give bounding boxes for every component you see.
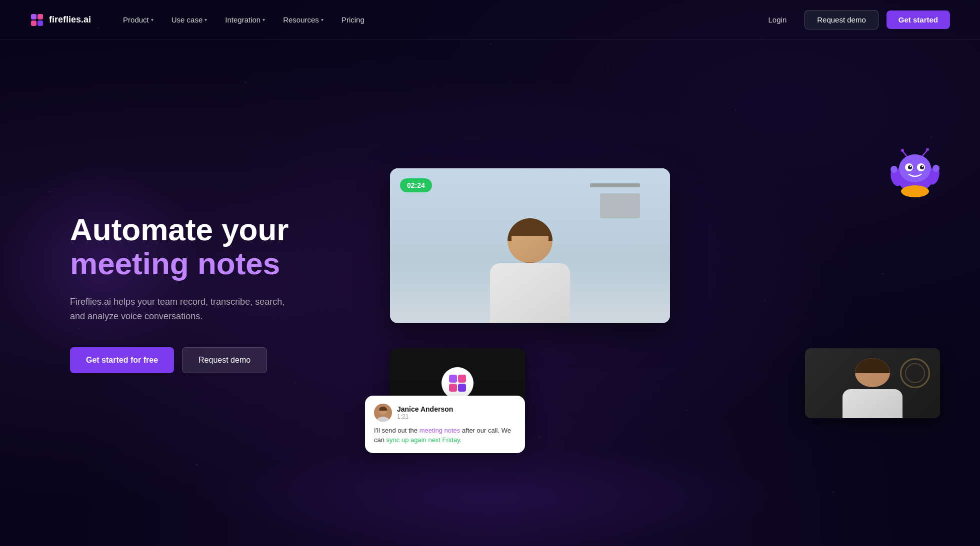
svg-rect-2 [31, 20, 36, 26]
nav-resources[interactable]: Resources ▾ [276, 11, 330, 28]
chat-bubble: Janice Anderson 1:21 I'll send out the m… [365, 396, 525, 453]
nav-right: Login Request demo Get started [758, 10, 950, 29]
chat-header: Janice Anderson 1:21 [374, 404, 516, 422]
avatar [374, 404, 392, 422]
logo-area[interactable]: fireflies.ai [30, 13, 91, 27]
logo-text: fireflies.ai [49, 14, 91, 25]
svg-rect-25 [449, 375, 457, 383]
svg-point-15 [922, 165, 924, 167]
svg-rect-27 [449, 384, 457, 392]
request-demo-button-nav[interactable]: Request demo [804, 10, 878, 29]
hero-buttons: Get started for free Request demo [70, 347, 330, 373]
nav-links: Product ▾ Use case ▾ Integration ▾ Resou… [116, 11, 758, 28]
hero-section: Automate your meeting notes Fireflies.ai… [0, 40, 980, 546]
navbar: fireflies.ai Product ▾ Use case ▾ Integr… [0, 0, 980, 40]
logo-icon [30, 13, 44, 27]
video-person-main [390, 168, 670, 323]
hero-subtitle: Fireflies.ai helps your team record, tra… [70, 295, 290, 324]
chevron-down-icon: ▾ [204, 17, 207, 22]
nav-pricing[interactable]: Pricing [334, 11, 372, 28]
chevron-down-icon: ▾ [151, 17, 154, 22]
svg-point-14 [910, 165, 912, 167]
nav-usecase[interactable]: Use case ▾ [164, 11, 214, 28]
hero-left: Automate your meeting notes Fireflies.ai… [70, 213, 330, 374]
person-image [490, 218, 570, 323]
get-started-button-nav[interactable]: Get started [886, 10, 950, 29]
video-card-main: 02:24 [390, 168, 670, 323]
request-demo-button-hero[interactable]: Request demo [182, 347, 267, 373]
nav-integration[interactable]: Integration ▾ [218, 11, 272, 28]
svg-point-18 [901, 185, 929, 197]
svg-point-5 [901, 149, 904, 152]
robot-mascot [890, 148, 940, 203]
svg-rect-26 [458, 375, 466, 383]
svg-point-9 [899, 154, 931, 182]
chat-message: I'll send out the meeting notes after ou… [374, 426, 516, 445]
nav-product[interactable]: Product ▾ [116, 11, 160, 28]
svg-line-6 [922, 150, 928, 156]
svg-rect-3 [38, 20, 43, 26]
hero-right: 02:24 [370, 163, 950, 423]
svg-rect-1 [38, 14, 43, 19]
login-button[interactable]: Login [758, 10, 797, 29]
svg-rect-0 [31, 14, 36, 19]
svg-point-20 [932, 165, 940, 172]
video-panel-person2 [805, 348, 940, 418]
person2-image [832, 358, 912, 418]
get-started-free-button[interactable]: Get started for free [70, 347, 174, 373]
svg-rect-28 [458, 384, 466, 392]
timer-badge: 02:24 [400, 178, 432, 192]
svg-point-19 [890, 166, 898, 173]
chat-info: Janice Anderson 1:21 [397, 405, 453, 420]
chevron-down-icon: ▾ [321, 17, 324, 22]
chevron-down-icon: ▾ [262, 17, 265, 22]
notetaker-logo [442, 367, 474, 399]
hero-title: Automate your meeting notes [70, 213, 330, 281]
